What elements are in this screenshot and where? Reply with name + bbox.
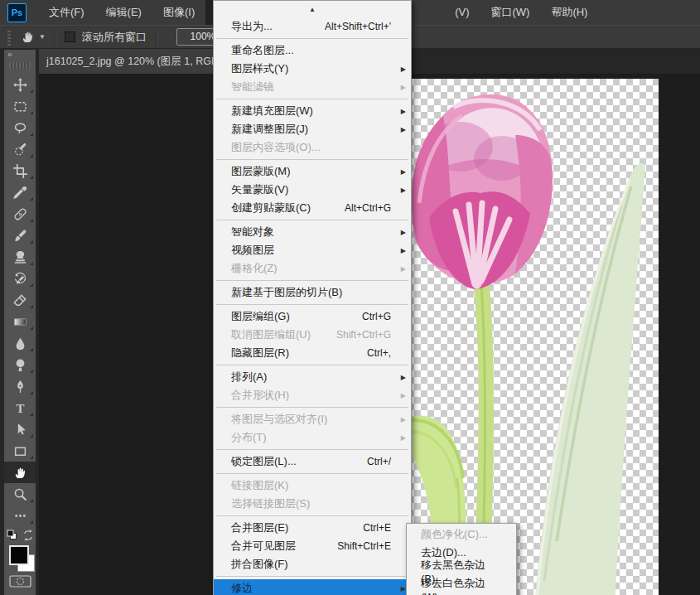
layer-menu-item[interactable]: 重命名图层... xyxy=(214,41,411,60)
layer-menu-items: 导出为...Alt+Shift+Ctrl+'重命名图层...图层样式(Y)▶智能… xyxy=(214,17,411,595)
layer-menu-separator xyxy=(214,217,411,223)
menubar-item[interactable]: 编辑(E) xyxy=(95,0,152,25)
layer-menu-item[interactable]: 拼合图像(F) xyxy=(214,555,411,573)
layer-menu-item[interactable]: 锁定图层(L)...Ctrl+/ xyxy=(214,452,411,471)
layer-menu-item-label: 链接图层(K) xyxy=(231,478,288,493)
layer-menu-item: 取消图层编组(U)Shift+Ctrl+G xyxy=(214,326,411,344)
eraser-tool[interactable] xyxy=(4,289,36,311)
history-brush-tool[interactable] xyxy=(4,268,36,289)
clone-stamp-tool[interactable] xyxy=(4,246,36,268)
crop-tool[interactable] xyxy=(4,160,36,181)
hand-tool[interactable] xyxy=(4,462,36,483)
options-bar-grip[interactable] xyxy=(7,29,11,46)
layer-menu-item[interactable]: 修边▶ xyxy=(214,579,411,595)
type-tool[interactable]: T xyxy=(4,397,36,418)
menubar-item[interactable]: 帮助(H) xyxy=(540,0,598,25)
menubar-item[interactable]: (V) xyxy=(444,0,480,25)
brush-tool[interactable] xyxy=(4,225,36,246)
edit-toolbar-tool[interactable] xyxy=(4,505,36,526)
layer-menu-item[interactable]: 图层样式(Y)▶ xyxy=(214,60,411,78)
swap-colors-icon[interactable] xyxy=(22,529,35,542)
layer-menu-item-label: 合并形状(H) xyxy=(231,388,289,403)
layer-menu-panel: ▲ 导出为...Alt+Shift+Ctrl+'重命名图层...图层样式(Y)▶… xyxy=(213,0,412,595)
quick-mask-icon[interactable] xyxy=(9,575,31,588)
tools-list: T xyxy=(4,74,36,526)
layer-menu-item[interactable]: 导出为...Alt+Shift+Ctrl+' xyxy=(214,17,411,36)
lasso-tool[interactable] xyxy=(4,117,36,138)
rectangular-marquee-icon xyxy=(13,99,27,114)
chevron-down-icon: ▼ xyxy=(39,33,46,41)
layer-menu-item-label: 修边 xyxy=(231,581,253,595)
default-colors-icon[interactable] xyxy=(6,529,19,542)
layer-menu-separator xyxy=(214,362,411,368)
layer-menu-separator xyxy=(214,278,411,283)
path-selection-tool[interactable] xyxy=(4,418,36,440)
submenu-arrow-icon: ▶ xyxy=(396,168,408,176)
document-tab[interactable]: j161025_2.jpg @ 120% (图层 1, RGB/ xyxy=(39,49,215,74)
layer-menu-item[interactable]: 矢量蒙版(V)▶ xyxy=(214,181,411,199)
menubar-item[interactable]: 图像(I) xyxy=(152,0,205,25)
panel-grip[interactable] xyxy=(9,62,31,69)
layer-menu-item[interactable]: 图层蒙版(M)▶ xyxy=(214,162,411,181)
layer-menu-separator xyxy=(214,302,411,307)
submenu-arrow-icon: ▶ xyxy=(396,65,408,73)
rectangle-tool[interactable] xyxy=(4,440,36,462)
layer-menu-item[interactable]: 视频图层▶ xyxy=(214,241,411,259)
lasso-icon xyxy=(13,121,27,135)
layer-menu-separator xyxy=(214,96,411,102)
path-selection-icon xyxy=(13,423,27,437)
layer-menu-item: 选择链接图层(S) xyxy=(214,495,411,513)
collapse-panel-icon[interactable]: » xyxy=(4,50,36,60)
layer-menu-item-label: 智能对象 xyxy=(231,225,274,239)
layer-menu-item[interactable]: 新建调整图层(J)▶ xyxy=(214,120,411,138)
dodge-tool[interactable] xyxy=(4,354,36,375)
menu-scroll-up-button[interactable]: ▲ xyxy=(214,1,411,17)
layer-menu-item[interactable]: 新建基于图层的切片(B) xyxy=(214,283,411,302)
color-swatches xyxy=(4,544,36,575)
layer-menu-item-label: 导出为... xyxy=(231,19,273,34)
layer-menu-item[interactable]: 智能对象▶ xyxy=(214,223,411,241)
tool-preset-picker[interactable]: ▼ xyxy=(21,30,46,44)
foreground-color-swatch[interactable] xyxy=(9,545,29,565)
submenu-arrow-icon: ▶ xyxy=(396,247,408,254)
layer-menu-item-shortcut: Ctrl+G xyxy=(362,311,396,322)
blur-tool[interactable] xyxy=(4,332,36,354)
layer-menu-item-label: 合并可见图层 xyxy=(231,539,296,554)
layer-menu-item[interactable]: 排列(A)▶ xyxy=(214,368,411,386)
matting-submenu-item[interactable]: 移去白色杂边(W) xyxy=(407,580,516,595)
layer-menu-item[interactable]: 图层编组(G)Ctrl+G xyxy=(214,307,411,326)
layer-menu-item-shortcut: Alt+Shift+Ctrl+' xyxy=(325,21,396,32)
submenu-arrow-icon: ▶ xyxy=(396,229,408,236)
eyedropper-tool[interactable] xyxy=(4,181,36,203)
submenu-arrow-icon: ▶ xyxy=(396,434,408,442)
menubar-item[interactable]: 窗口(W) xyxy=(480,0,540,25)
quick-selection-icon xyxy=(13,143,27,157)
layer-menu-item[interactable]: 隐藏图层(R)Ctrl+, xyxy=(214,344,411,362)
layer-menu-item-label: 隐藏图层(R) xyxy=(231,346,289,360)
pen-tool[interactable] xyxy=(4,375,36,397)
spot-healing-brush-tool[interactable] xyxy=(4,203,36,225)
scroll-all-windows-checkbox[interactable] xyxy=(65,31,75,42)
gradient-tool[interactable] xyxy=(4,311,36,332)
brush-icon xyxy=(13,229,27,243)
move-tool[interactable] xyxy=(4,74,36,95)
submenu-arrow-icon: ▶ xyxy=(396,374,408,381)
layer-menu-item-label: 新建基于图层的切片(B) xyxy=(231,285,342,300)
layer-menu-item[interactable]: 创建剪贴蒙版(C)Alt+Ctrl+G xyxy=(214,199,411,217)
zoom-tool[interactable] xyxy=(4,483,36,505)
layer-menu-item-label: 智能滤镜 xyxy=(231,80,274,94)
crop-icon xyxy=(13,164,27,178)
layer-menu-item[interactable]: 合并可见图层Shift+Ctrl+E xyxy=(214,537,411,555)
layer-menu-item-label: 选择链接图层(S) xyxy=(231,496,310,511)
blur-icon xyxy=(13,336,27,351)
menubar-item[interactable]: 文件(F) xyxy=(38,0,95,25)
layer-menu-item-label: 图层样式(Y) xyxy=(231,61,288,76)
rectangular-marquee-tool[interactable] xyxy=(4,95,36,117)
layer-menu-separator xyxy=(214,471,411,476)
quick-selection-tool[interactable] xyxy=(4,138,36,160)
photoshop-logo[interactable]: Ps xyxy=(7,3,27,22)
dodge-icon xyxy=(13,358,27,372)
layer-menu-item[interactable]: 新建填充图层(W)▶ xyxy=(214,102,411,120)
layer-menu-item[interactable]: 合并图层(E)Ctrl+E xyxy=(214,519,411,537)
layer-menu-separator xyxy=(214,404,411,410)
